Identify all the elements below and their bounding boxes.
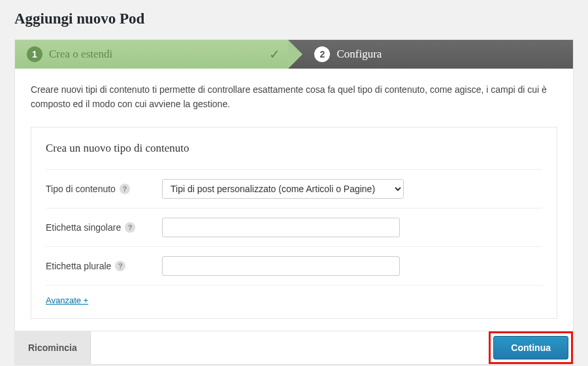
footer-spacer — [91, 331, 489, 364]
step-label-2: Configura — [336, 48, 382, 61]
step-number-1: 1 — [27, 46, 42, 62]
help-icon[interactable]: ? — [120, 184, 130, 194]
step-label-1: Crea o estendi — [49, 48, 112, 61]
field-plural-label: Etichetta plurale ? — [46, 246, 542, 285]
form-panel: Crea un nuovo tipo di contenuto Tipo di … — [31, 127, 557, 319]
page-title: Aggiungi nuovo Pod — [14, 10, 574, 27]
form-heading: Crea un nuovo tipo di contenuto — [46, 142, 542, 155]
step-configure[interactable]: 2 Configura — [288, 40, 573, 69]
continue-button[interactable]: Continua — [493, 336, 568, 359]
step-number-2: 2 — [314, 46, 330, 62]
plural-input[interactable] — [162, 256, 400, 276]
content-type-select[interactable]: Tipi di post personalizzato (come Artico… — [162, 179, 404, 199]
singular-input[interactable] — [162, 218, 400, 237]
restart-button[interactable]: Ricomincia — [15, 331, 91, 364]
field-content-type: Tipo di contenuto ? Tipi di post persona… — [46, 169, 542, 208]
content-type-label: Tipo di contenuto — [46, 184, 116, 194]
intro-text: Creare nuovi tipi di contenuto ti permet… — [15, 69, 573, 127]
plural-label: Etichetta plurale — [46, 261, 111, 271]
wizard-footer: Ricomincia Continua — [15, 331, 573, 364]
singular-label: Etichetta singolare — [46, 222, 121, 233]
wizard-panel: 1 Crea o estendi ✓ 2 Configura Creare nu… — [14, 39, 574, 365]
wizard-steps: 1 Crea o estendi ✓ 2 Configura — [15, 40, 573, 69]
help-icon[interactable]: ? — [115, 261, 125, 271]
advanced-toggle[interactable]: Avanzate + — [46, 295, 88, 305]
continue-highlight: Continua — [489, 331, 573, 364]
help-icon[interactable]: ? — [125, 222, 135, 233]
field-singular-label: Etichetta singolare ? — [46, 208, 542, 246]
checkmark-icon: ✓ — [269, 46, 280, 62]
advanced-row: Avanzate + — [46, 285, 542, 309]
step-create-extend[interactable]: 1 Crea o estendi ✓ — [15, 40, 288, 69]
